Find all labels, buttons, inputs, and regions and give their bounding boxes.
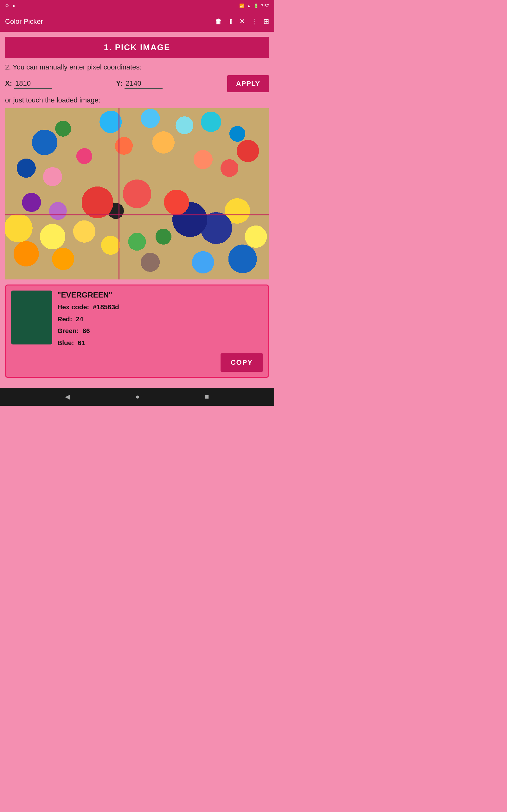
hex-value: #18563d — [93, 303, 119, 310]
image-area[interactable] — [5, 108, 269, 280]
trash-icon[interactable]: 🗑 — [215, 17, 222, 26]
color-swatch — [11, 291, 52, 345]
notification-icon: ● — [12, 3, 15, 8]
crosshair-horizontal — [5, 214, 269, 215]
wifi-icon: 📶 — [239, 3, 244, 8]
main-content: 1. PICK IMAGE 2. You can manually enter … — [0, 32, 274, 383]
app-bar: Color Picker 🗑 ⬆ ✕ ⋮ ⊞ — [0, 11, 274, 32]
loaded-image[interactable] — [5, 108, 269, 280]
status-bar: ⚙ ● 📶 ▲ 🔋 7:57 — [0, 0, 274, 11]
time-display: 7:57 — [261, 3, 269, 8]
coords-row: X: Y: APPLY — [5, 75, 269, 92]
color-info: "EVERGREEN" Hex code: #18563d Red: 24 Gr… — [57, 291, 263, 372]
green-value: 86 — [82, 327, 90, 334]
hex-code-line: Hex code: #18563d — [57, 302, 263, 312]
hex-label: Hex code: — [57, 303, 89, 310]
color-result-card: "EVERGREEN" Hex code: #18563d Red: 24 Gr… — [5, 285, 269, 378]
red-line: Red: 24 — [57, 314, 263, 324]
color-name: "EVERGREEN" — [57, 291, 263, 299]
battery-icon: 🔋 — [253, 3, 259, 8]
coords-label: 2. You can manually enter pixel coordina… — [5, 63, 269, 71]
red-value: 24 — [76, 315, 83, 322]
green-line: Green: 86 — [57, 326, 263, 336]
upload-icon[interactable]: ⬆ — [228, 17, 233, 26]
apply-button[interactable]: APPLY — [227, 75, 269, 92]
touch-label: or just touch the loaded image: — [5, 96, 269, 104]
app-bar-actions: 🗑 ⬆ ✕ ⋮ ⊞ — [215, 17, 269, 26]
y-input[interactable] — [124, 79, 163, 89]
home-button[interactable]: ● — [135, 393, 140, 401]
red-label: Red: — [57, 315, 72, 322]
grid-icon[interactable]: ⊞ — [263, 17, 269, 26]
blue-label: Blue: — [57, 339, 74, 346]
x-label: X: — [5, 79, 12, 88]
signal-icon: ▲ — [247, 3, 251, 8]
close-icon[interactable]: ✕ — [239, 17, 245, 26]
blue-line: Blue: 61 — [57, 338, 263, 348]
copy-button[interactable]: COPY — [221, 353, 263, 372]
recents-button[interactable]: ■ — [205, 393, 209, 401]
settings-icon: ⚙ — [5, 3, 9, 8]
y-coord-group: Y: — [116, 79, 223, 89]
pick-image-button[interactable]: 1. PICK IMAGE — [5, 37, 269, 58]
back-button[interactable]: ◀ — [65, 393, 70, 401]
share-icon[interactable]: ⋮ — [250, 17, 258, 26]
app-title: Color Picker — [5, 17, 43, 26]
x-input[interactable] — [14, 79, 52, 89]
blue-value: 61 — [78, 339, 85, 346]
x-coord-group: X: — [5, 79, 112, 89]
nav-bar: ◀ ● ■ — [0, 388, 274, 406]
y-label: Y: — [116, 79, 122, 88]
crosshair-vertical — [118, 108, 119, 280]
green-label: Green: — [57, 327, 79, 334]
